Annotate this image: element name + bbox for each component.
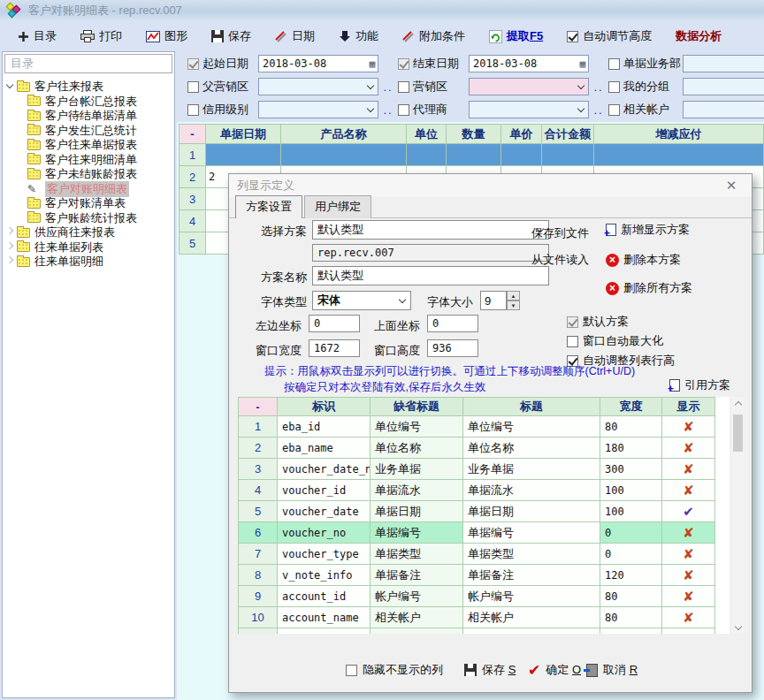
tree-item[interactable]: 客户台帐汇总报表 — [3, 95, 174, 110]
table-row[interactable]: 8 v_note_info 单据备注 单据备注 120 ✘ — [238, 565, 715, 586]
agent-select[interactable] — [469, 101, 589, 118]
region-checkbox[interactable] — [398, 81, 409, 93]
dept-select[interactable] — [683, 55, 764, 72]
chevron-down-icon[interactable] — [3, 86, 17, 88]
auto-height-checkbox[interactable] — [567, 31, 578, 42]
caption[interactable]: 单位编号 — [463, 416, 600, 438]
delete-plan-button[interactable]: ×删除本方案 — [606, 252, 681, 268]
font-size-stepper[interactable]: 9 ▲▼ — [480, 291, 520, 310]
width-value[interactable]: 100 — [600, 501, 662, 522]
auto-maximize-checkbox[interactable] — [567, 336, 578, 347]
account-checkbox[interactable] — [608, 104, 620, 116]
column-header[interactable]: 增减应付 — [594, 124, 764, 144]
caption-editing[interactable]: 单据编号 — [463, 522, 600, 544]
caption[interactable]: 帐户编号 — [463, 586, 600, 607]
dialog-save-button[interactable]: 保存 S — [464, 662, 516, 678]
start-date-checkbox[interactable] — [187, 58, 199, 70]
my-group-checkbox[interactable] — [608, 81, 620, 93]
window-height-input[interactable]: 936 — [427, 339, 478, 357]
caption[interactable]: 单据流水 — [463, 480, 600, 501]
scroll-up-icon[interactable] — [731, 397, 745, 409]
start-date-input[interactable]: 2018-03-08▦ — [258, 55, 378, 72]
auto-height-toggle[interactable]: 自动调节高度 — [567, 28, 652, 44]
column-header[interactable]: 标题 — [463, 397, 600, 416]
left-coord-input[interactable]: 0 — [309, 315, 360, 332]
column-header[interactable]: 显示 — [662, 397, 715, 416]
scrollbar-thumb[interactable] — [733, 415, 743, 452]
close-icon[interactable]: ✕ — [719, 178, 744, 194]
chevron-right-icon[interactable] — [3, 247, 17, 248]
width-value[interactable]: 120 — [600, 565, 662, 586]
dialog-ok-button[interactable]: ✔ 确定 O — [528, 662, 581, 678]
dept-filter[interactable]: 单据业务部 — [608, 56, 683, 72]
plan-name-input[interactable]: 默认类型 — [312, 266, 549, 285]
credit-select[interactable] — [258, 101, 378, 118]
grid-row-selected[interactable]: 1 — [179, 144, 764, 166]
width-value[interactable]: 80 — [600, 586, 662, 607]
table-row-selected[interactable]: 6 voucher_no 单据编号 单据编号 0 ✘ — [238, 522, 715, 544]
hide-columns-toggle[interactable]: 隐藏不显示的列 — [346, 662, 443, 678]
parent-region-checkbox[interactable] — [187, 81, 199, 93]
width-value[interactable]: 0 — [600, 522, 662, 544]
caption[interactable]: 单据日期 — [463, 501, 600, 522]
width-value[interactable]: 300 — [600, 459, 662, 480]
table-row[interactable]: 4 voucher_id 单据流水 单据流水 100 ✘ — [238, 480, 715, 501]
tree-item-supplier-reports[interactable]: 供应商往来报表 — [3, 225, 174, 240]
table-row[interactable]: 5 voucher_date 单据日期 单据日期 100 ✔ — [238, 501, 715, 522]
save-button[interactable]: 保存 — [211, 28, 251, 44]
caption[interactable]: 业务单据 — [463, 459, 600, 480]
hidden-mark[interactable]: ✘ — [683, 420, 694, 433]
caption[interactable]: 单据类型 — [463, 544, 600, 565]
column-header[interactable]: 数量 — [447, 124, 501, 144]
tree-item[interactable]: 客户发生汇总统计 — [3, 124, 174, 139]
table-row[interactable]: 9 account_id 帐户编号 帐户编号 80 ✘ — [238, 586, 715, 607]
tree-item-selected[interactable]: ✎客户对账明细表 — [3, 182, 174, 197]
caption[interactable]: 单据备注 — [463, 565, 600, 586]
column-header[interactable]: 标识 — [278, 397, 371, 416]
save-to-file-link[interactable]: 保存到文件 — [531, 225, 589, 241]
tree-item-voucher-list[interactable]: 往来单据列表 — [3, 240, 174, 255]
spin-down-icon[interactable]: ▼ — [507, 301, 520, 310]
window-width-input[interactable]: 1672 — [309, 339, 360, 357]
account-filter[interactable]: 相关帐户 — [608, 102, 683, 118]
credit-filter[interactable]: 信用级别 — [187, 102, 258, 118]
agent-checkbox[interactable] — [398, 104, 409, 116]
credit-checkbox[interactable] — [187, 104, 199, 116]
table-row[interactable]: 1 eba_id 单位编号 单位编号 80 ✘ — [238, 416, 715, 438]
dialog-cancel-button[interactable]: 取消 R — [586, 662, 638, 678]
caption[interactable]: 单位名称 — [463, 438, 600, 459]
hidden-mark[interactable]: ✘ — [683, 590, 694, 603]
chevron-right-icon[interactable] — [3, 232, 17, 233]
chevron-right-icon[interactable] — [3, 261, 17, 262]
table-row[interactable]: 7 voucher_type 单据类型 单据类型 0 ✘ — [238, 544, 715, 565]
chart-button[interactable]: 图形 — [146, 28, 187, 44]
width-value[interactable]: 80 — [600, 416, 662, 438]
column-header[interactable]: 单据日期 — [206, 124, 281, 144]
menu-button[interactable]: 目录 — [18, 28, 57, 44]
start-date-filter[interactable]: 起始日期 — [187, 56, 258, 72]
tree-item[interactable]: 客户账龄统计报表 — [3, 211, 174, 226]
default-plan-checkbox[interactable] — [567, 316, 578, 328]
region-select[interactable] — [469, 78, 589, 95]
tree-item[interactable]: 客户对账清单表 — [3, 196, 174, 211]
select-plan-dropdown[interactable]: 默认类型 — [312, 220, 549, 240]
tree-item-customer-reports[interactable]: 客户往来报表 — [3, 80, 174, 95]
visible-mark[interactable]: ✔ — [683, 505, 694, 518]
hidden-mark[interactable]: ✘ — [683, 547, 694, 560]
agent-filter[interactable]: 代理商 — [398, 102, 469, 118]
column-header[interactable]: 单价 — [501, 124, 542, 144]
tab-plan-settings[interactable]: 方案设置 — [235, 195, 302, 218]
width-value[interactable]: 0 — [600, 544, 662, 565]
horizontal-scrollbar[interactable] — [238, 639, 730, 646]
extra-condition-button[interactable]: 附加条件 — [402, 28, 465, 44]
tree-item[interactable]: 客户待结单据清单 — [3, 109, 174, 124]
column-header[interactable]: - — [179, 124, 206, 144]
default-plan-toggle[interactable]: 默认方案 — [567, 314, 629, 330]
column-header[interactable]: 合计金额 — [542, 124, 594, 144]
my-group-select[interactable] — [683, 78, 764, 95]
extract-button[interactable]: 提取F5 — [489, 28, 543, 44]
tree-item[interactable]: 客户未结账龄报表 — [3, 167, 174, 182]
tree-item[interactable]: 客户往来明细清单 — [3, 153, 174, 168]
end-date-input[interactable]: 2018-03-08▦ — [469, 55, 589, 72]
column-header[interactable]: 单位 — [407, 124, 447, 144]
